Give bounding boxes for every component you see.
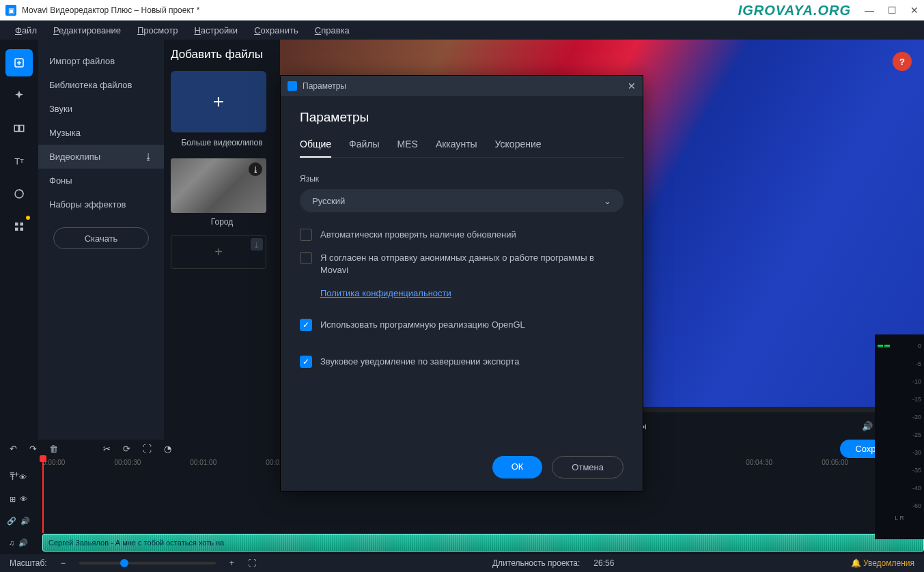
check-updates-checkbox[interactable] xyxy=(300,229,312,241)
tool-filters[interactable] xyxy=(5,82,33,109)
tab-accounts[interactable]: Аккаунты xyxy=(436,139,477,157)
svg-rect-2 xyxy=(20,126,24,132)
zoom-in-icon[interactable]: + xyxy=(229,558,234,568)
tool-more[interactable] xyxy=(5,213,33,240)
menu-file[interactable]: Файл xyxy=(8,23,44,38)
maximize-button[interactable]: ☐ xyxy=(888,5,897,16)
audio-track-icon[interactable]: ♫ xyxy=(9,539,14,547)
media-panel: Добавить файлы + Больше видеоклипов ⭳ Го… xyxy=(164,40,280,440)
tool-stickers[interactable] xyxy=(5,180,33,208)
minimize-button[interactable]: — xyxy=(865,5,874,16)
app-icon xyxy=(288,81,297,91)
statusbar: Масштаб: − + ⛶ Длительность проекта: 26:… xyxy=(0,554,924,572)
download-button[interactable]: Скачать xyxy=(53,227,149,249)
add-tile-label: Больше видеоклипов xyxy=(171,138,273,147)
notifications-button[interactable]: 🔔 Уведомления xyxy=(851,558,914,568)
delete-icon[interactable]: 🗑 xyxy=(49,444,58,454)
duration-value: 26:56 xyxy=(593,558,614,568)
anon-data-label: Я согласен на отправку анонимных данных … xyxy=(320,252,624,276)
lang-label: Язык xyxy=(300,174,624,184)
opengl-checkbox[interactable]: ✓ xyxy=(300,319,312,331)
audio-meters: 0 -5 -10 -15 -20 -25 -30 -35 -40 -60 L R xyxy=(875,334,924,539)
panel-title: Добавить файлы xyxy=(171,48,273,61)
download-icon[interactable]: ⭳ xyxy=(249,162,262,176)
color-icon[interactable]: ◔ xyxy=(164,444,171,454)
watermark: IGROVAYA.ORG xyxy=(738,3,851,18)
sidebar-item-effects[interactable]: Наборы эффектов xyxy=(38,192,164,216)
scale-label: Масштаб: xyxy=(10,558,47,568)
settings-modal: Параметры ✕ Параметры Общие Файлы MES Ак… xyxy=(280,75,643,491)
svg-rect-5 xyxy=(20,223,24,226)
eye-icon[interactable]: 👁 xyxy=(19,473,27,481)
svg-rect-4 xyxy=(15,223,18,226)
tool-import[interactable] xyxy=(5,49,33,76)
menubar: Файл Редактирование Просмотр Настройки С… xyxy=(0,20,924,40)
zoom-out-icon[interactable]: − xyxy=(61,558,66,568)
tab-general[interactable]: Общие xyxy=(300,139,331,158)
menu-edit[interactable]: Редактирование xyxy=(46,23,128,38)
undo-icon[interactable]: ↶ xyxy=(10,444,17,454)
tab-accel[interactable]: Ускорение xyxy=(495,139,542,157)
menu-help[interactable]: Справка xyxy=(308,23,356,38)
rotate-icon[interactable]: ⟳ xyxy=(123,444,130,454)
tool-titles[interactable]: TT xyxy=(5,147,33,175)
sound-notif-checkbox[interactable]: ✓ xyxy=(300,356,312,368)
app-icon: ▣ xyxy=(5,5,16,16)
sound-notif-label: Звуковое уведомление по завершении экспо… xyxy=(320,356,519,368)
download-icon: ⭳ xyxy=(144,152,153,162)
sidebar-item-music[interactable]: Музыка xyxy=(38,121,164,145)
sidebar-item-import[interactable]: Импорт файлов xyxy=(38,49,164,73)
titlebar: ▣ Movavi Видеоредактор Плюс – Новый прое… xyxy=(0,0,924,20)
help-badge[interactable]: ? xyxy=(893,52,912,71)
tab-files[interactable]: Файлы xyxy=(349,139,379,157)
empty-tile[interactable]: +⭳ xyxy=(171,235,266,269)
zoom-slider[interactable] xyxy=(79,562,216,564)
download-icon[interactable]: ⭳ xyxy=(251,238,263,251)
sidebar-item-sounds[interactable]: Звуки xyxy=(38,97,164,121)
volume-icon[interactable]: 🔊 xyxy=(18,539,28,547)
window-title: Movavi Видеоредактор Плюс – Новый проект… xyxy=(22,5,738,15)
redo-icon[interactable]: ↷ xyxy=(29,444,37,454)
anon-data-checkbox[interactable] xyxy=(300,252,312,264)
fit-icon[interactable]: ⛶ xyxy=(248,558,256,568)
link-track-icon[interactable]: 🔗 xyxy=(7,517,16,526)
volume-icon[interactable]: 🔊 xyxy=(20,517,30,526)
thumb-label: Город xyxy=(171,217,273,227)
close-button[interactable]: ✕ xyxy=(910,5,919,16)
audio-clip[interactable]: Сергей Завьялов - А мне с тобой остаться… xyxy=(42,534,924,552)
tool-transitions[interactable] xyxy=(5,115,33,142)
privacy-link[interactable]: Политика конфиденциальности xyxy=(320,288,624,298)
svg-rect-6 xyxy=(15,228,18,231)
sidebar-item-backgrounds[interactable]: Фоны xyxy=(38,169,164,192)
sidebar-item-videoclips[interactable]: Видеоклипы⭳ xyxy=(38,145,164,169)
thumb-city[interactable]: ⭳ xyxy=(171,158,266,213)
sidebar-item-library[interactable]: Библиотека файлов xyxy=(38,73,164,97)
modal-tabs: Общие Файлы MES Аккаунты Ускорение xyxy=(300,139,624,158)
cut-icon[interactable]: ✂ xyxy=(103,444,111,454)
chevron-down-icon: ⌄ xyxy=(604,196,611,206)
svg-rect-1 xyxy=(14,126,18,132)
cancel-button[interactable]: Отмена xyxy=(552,456,624,478)
opengl-label: Использовать программную реализацию Open… xyxy=(320,319,525,331)
eye-icon[interactable]: 👁 xyxy=(20,495,27,503)
add-track-icon[interactable]: ≡+ xyxy=(10,470,19,479)
crop-icon[interactable]: ⛶ xyxy=(143,444,152,454)
modal-heading: Параметры xyxy=(300,110,624,125)
svg-rect-7 xyxy=(20,228,24,231)
modal-window-title: Параметры xyxy=(303,81,346,91)
ok-button[interactable]: ОК xyxy=(492,456,543,478)
menu-save[interactable]: Сохранить xyxy=(247,23,305,38)
modal-close-button[interactable]: ✕ xyxy=(628,81,636,91)
menu-view[interactable]: Просмотр xyxy=(130,23,184,38)
add-files-tile[interactable]: + xyxy=(171,71,266,132)
tab-mes[interactable]: MES xyxy=(397,139,418,157)
duration-label: Длительность проекта: xyxy=(492,558,580,568)
lang-select[interactable]: Русский ⌄ xyxy=(300,189,624,212)
sidebar: Импорт файлов Библиотека файлов Звуки Му… xyxy=(38,40,164,440)
menu-settings[interactable]: Настройки xyxy=(187,23,244,38)
video-track-icon[interactable]: ⊞ xyxy=(10,495,16,504)
check-updates-label: Автоматически проверять наличие обновлен… xyxy=(320,229,516,241)
toolstrip: TT xyxy=(0,40,38,440)
volume-icon[interactable]: 🔊 xyxy=(862,421,873,431)
